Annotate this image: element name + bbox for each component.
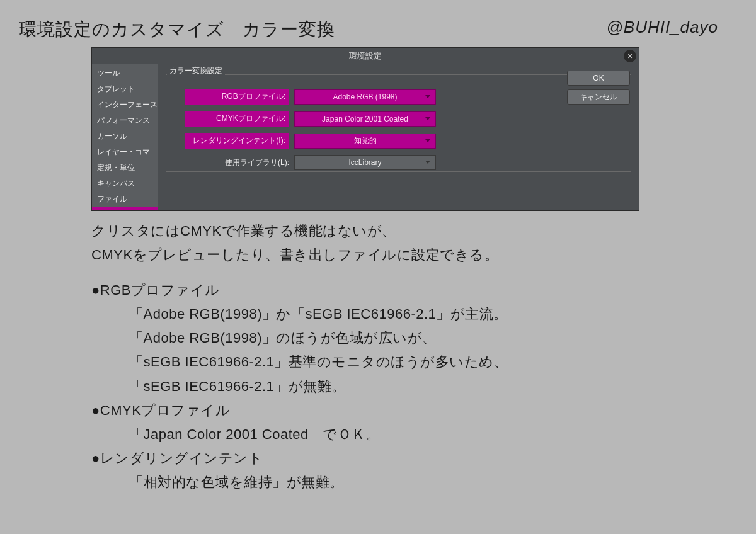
- chevron-down-icon: [425, 139, 430, 142]
- explain-line: 「Adobe RGB(1998)」か「sEGB IEC61966-2.1」が主流…: [91, 304, 671, 325]
- close-icon: ×: [627, 51, 633, 61]
- section-label: カラー変換設定: [167, 65, 225, 76]
- chevron-down-icon: [425, 117, 430, 120]
- sidebar-item[interactable]: タブレット: [92, 81, 158, 97]
- form-select[interactable]: 知覚的: [294, 134, 436, 149]
- page-credit: @BUHII_dayo: [606, 18, 718, 37]
- sidebar-item[interactable]: ツール: [92, 65, 158, 81]
- explain-line: CMYKをプレビューしたり、書き出しファイルに設定できる。: [91, 244, 671, 266]
- explain-line: 「sEGB IEC61966-2.1」が無難。: [91, 376, 671, 397]
- dialog-body: ツールタブレットインターフェースパフォーマンスカーソルレイヤー・コマ定規・単位キ…: [92, 64, 639, 210]
- chevron-down-icon: [425, 161, 430, 164]
- form-label: RGBプロファイル:: [185, 89, 289, 105]
- sidebar-item[interactable]: カラー変換: [92, 207, 158, 210]
- preferences-main-panel: カラー変換設定 RGBプロファイル:Adobe RGB (1998)CMYKプロ…: [158, 64, 639, 210]
- preferences-sidebar: ツールタブレットインターフェースパフォーマンスカーソルレイヤー・コマ定規・単位キ…: [92, 64, 158, 210]
- sidebar-item[interactable]: パフォーマンス: [92, 113, 158, 128]
- chevron-down-icon: [425, 95, 430, 98]
- form-row: 使用ライブラリ(L):IccLibrary: [185, 155, 612, 170]
- ok-button[interactable]: OK: [567, 71, 630, 86]
- explanation-text: クリスタにはCMYKで作業する機能はないが、 CMYKをプレビューしたり、書き出…: [91, 220, 671, 496]
- explain-line: 「sEGB IEC61966-2.1」基準のモニタのほうが多いため、: [91, 351, 671, 373]
- sidebar-item[interactable]: カーソル: [92, 128, 158, 144]
- select-value: IccLibrary: [348, 158, 381, 167]
- dialog-title: 環境設定: [349, 50, 382, 62]
- preferences-dialog: 環境設定 × ツールタブレットインターフェースパフォーマンスカーソルレイヤー・コ…: [91, 47, 639, 211]
- form-label: 使用ライブラリ(L):: [185, 157, 289, 168]
- form-select[interactable]: IccLibrary: [294, 155, 436, 170]
- cancel-button[interactable]: キャンセル: [567, 89, 630, 105]
- dialog-buttons: OK キャンセル: [567, 71, 630, 105]
- sidebar-item[interactable]: キャンバス: [92, 176, 158, 191]
- page-title: 環境設定のカスタマイズ カラー変換: [19, 18, 335, 42]
- explain-heading: ●レンダリングインテント: [91, 448, 671, 469]
- form-row: レンダリングインテント(I):知覚的: [185, 133, 612, 149]
- dialog-titlebar: 環境設定 ×: [92, 48, 639, 64]
- explain-heading: ●RGBプロファイル: [91, 280, 671, 301]
- sidebar-item[interactable]: レイヤー・コマ: [92, 144, 158, 160]
- form-select[interactable]: Japan Color 2001 Coated: [294, 111, 436, 127]
- form-label: CMYKプロファイル:: [185, 111, 289, 127]
- explain-line: 「相対的な色域を維持」が無難。: [91, 472, 671, 493]
- form-row: RGBプロファイル:Adobe RGB (1998): [185, 89, 612, 105]
- explain-heading: ●CMYKプロファイル: [91, 400, 671, 421]
- sidebar-item[interactable]: ファイル: [92, 191, 158, 207]
- color-conversion-fieldset: RGBプロファイル:Adobe RGB (1998)CMYKプロファイル:Jap…: [166, 74, 631, 172]
- close-button[interactable]: ×: [624, 50, 636, 62]
- select-value: 知覚的: [354, 135, 377, 146]
- form-row: CMYKプロファイル:Japan Color 2001 Coated: [185, 111, 612, 127]
- select-value: Japan Color 2001 Coated: [322, 115, 408, 123]
- select-value: Adobe RGB (1998): [333, 93, 397, 101]
- form-label: レンダリングインテント(I):: [185, 133, 289, 149]
- form-select[interactable]: Adobe RGB (1998): [294, 89, 436, 105]
- sidebar-item[interactable]: インターフェース: [92, 97, 158, 113]
- sidebar-item[interactable]: 定規・単位: [92, 160, 158, 176]
- explain-line: 「Adobe RGB(1998)」のほうが色域が広いが、: [91, 327, 671, 349]
- explain-line: クリスタにはCMYKで作業する機能はないが、: [91, 220, 671, 242]
- explain-line: 「Japan Color 2001 Coated」でＯＫ。: [91, 424, 671, 445]
